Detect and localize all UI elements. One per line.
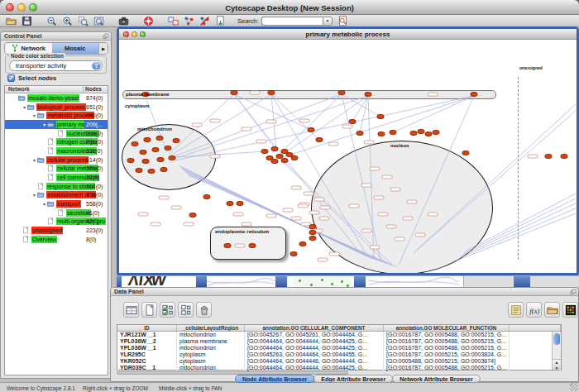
network-node[interactable] [545,154,553,159]
delete-attribute-button[interactable] [196,302,212,318]
network-node[interactable] [290,251,298,256]
network-node[interactable] [227,201,234,206]
expand-arrow-icon[interactable]: ▾ [31,192,37,198]
tree-row[interactable]: cell communicat22(0) [5,173,108,182]
network-node[interactable] [309,224,317,229]
network-node[interactable] [157,157,165,162]
network-node[interactable] [140,150,147,155]
network-node[interactable] [425,131,433,136]
tree-row[interactable]: nitrogen compo209(0) [5,137,108,146]
network-node[interactable] [165,146,172,151]
network-node[interactable] [224,243,232,248]
open-file-button[interactable] [4,15,18,26]
label-settings-button[interactable] [508,302,524,318]
network-node[interactable] [316,137,323,142]
network-node[interactable] [291,155,299,160]
network-node[interactable] [308,127,315,132]
network-node[interactable] [127,158,135,163]
network-node[interactable] [148,169,156,174]
tree-column-network[interactable]: Network [5,86,84,93]
unselect-all-attributes-button[interactable] [178,302,194,318]
tab-edge-attribute-browser[interactable]: Edge Attribute Browser [313,375,393,383]
network-node[interactable] [281,158,289,163]
tree-row[interactable]: ▾biological_process651(0) [5,103,108,112]
network-node[interactable] [142,159,150,164]
expand-arrow-icon[interactable]: ▾ [22,104,27,110]
save-button[interactable] [20,15,34,26]
scrollbar-arrows[interactable]: ▲ ▼ [553,359,561,370]
scrollbar-thumb[interactable] [553,333,560,345]
network-window-title-bar[interactable]: primary metabolic process [119,29,577,40]
expand-arrow-icon[interactable]: ▾ [41,201,47,207]
network-node[interactable] [189,213,197,218]
float-panel-icon[interactable] [570,289,577,296]
tab-node-attribute-browser[interactable]: Node Attribute Browser [235,375,314,383]
table-column-header[interactable]: annotation.GO MOLECULAR_FUNCTION [384,325,510,331]
table-column-header[interactable]: _cellularLayoutRegion [177,325,245,331]
tree-row[interactable]: mosaic-demo-yeast874(0) [5,93,108,103]
import-attributes-button[interactable] [544,302,560,318]
network-node[interactable] [309,236,317,241]
network-node[interactable] [365,92,372,97]
network-node[interactable] [309,230,317,235]
network-node[interactable] [271,146,279,151]
table-row[interactable]: YJR121W__1mitochondrion[GO:0045267, GO:0… [117,332,561,338]
advanced-search-button[interactable] [336,15,350,26]
table-column-header[interactable]: ID [117,325,177,331]
network-node[interactable] [160,167,168,172]
tile-network-button[interactable] [166,15,180,26]
matrix-view-button[interactable] [562,302,578,318]
tab-overflow-arrow[interactable]: ▶ [98,43,108,54]
network-node[interactable] [249,243,256,248]
table-row[interactable]: YLR295Ccytoplasm[GO:0045263, GO:0044464,… [117,351,561,358]
network-node[interactable] [237,201,244,206]
tree-row[interactable]: response to stimul264(0) [5,182,108,191]
expand-arrow-icon[interactable]: ▾ [31,112,37,118]
network-node[interactable] [136,168,143,173]
network-node[interactable] [418,129,425,134]
tree-row[interactable]: nucleobase-209(0) [5,129,108,138]
select-all-attributes-button[interactable] [160,302,175,318]
import-network-button[interactable] [213,15,227,26]
expand-arrow-icon[interactable]: ▾ [41,122,47,127]
tree-row[interactable]: macromolecule311(0) [5,146,108,155]
network-node[interactable] [377,114,385,119]
table-row[interactable]: YKR052Ccytoplasm[GO:0044464, GO:0044446,… [117,358,561,365]
select-attributes-button[interactable] [123,302,139,318]
network-node[interactable] [410,131,418,136]
tree-row[interactable]: multi-organism pro42(0) [5,218,108,227]
network-node[interactable] [156,136,164,141]
table-row[interactable]: YPL036W__1mitochondrion[GO:0044464, GO:0… [117,345,561,351]
create-attribute-button[interactable] [141,302,157,318]
resize-grip[interactable] [570,383,578,391]
network-node[interactable] [462,151,470,155]
zoom-in-button[interactable] [60,15,74,26]
search-input[interactable] [261,17,323,26]
tree-column-nodes[interactable]: Nodes [84,86,108,93]
tree-row[interactable]: Overview8(0) [5,235,108,244]
tree-row[interactable]: secretion41(0) [5,208,108,218]
network-node[interactable] [471,92,478,97]
expand-arrow-icon[interactable]: ▾ [31,157,37,163]
network-node[interactable] [356,131,364,136]
create-view-button[interactable] [182,15,196,26]
network-node[interactable] [132,141,139,146]
table-row[interactable]: YPL036W__2plasma membrane[GO:0044464, GO… [117,338,561,345]
zoom-out-button[interactable] [45,15,59,26]
tree-row[interactable]: ▾metabolic process280(0) [5,111,108,120]
tree-row[interactable]: ▾establishment of lo558(0) [5,191,108,200]
network-node[interactable] [203,194,211,199]
tree-row[interactable]: cellular metabol209(0) [5,165,108,174]
destroy-view-button[interactable] [198,15,212,26]
snapshot-button[interactable] [117,15,131,26]
tree-row[interactable]: unassigned223(0) [5,226,108,235]
network-node[interactable] [173,138,180,143]
network-node[interactable] [349,119,356,124]
network-node[interactable] [231,90,238,95]
function-builder-button[interactable]: f(x) [526,302,542,318]
network-node[interactable] [268,90,275,95]
table-column-header[interactable]: annotation.GO CELLULAR_COMPONENT [245,325,384,331]
network-node[interactable] [390,130,397,135]
network-node[interactable] [271,159,279,164]
help-button[interactable] [141,15,156,26]
